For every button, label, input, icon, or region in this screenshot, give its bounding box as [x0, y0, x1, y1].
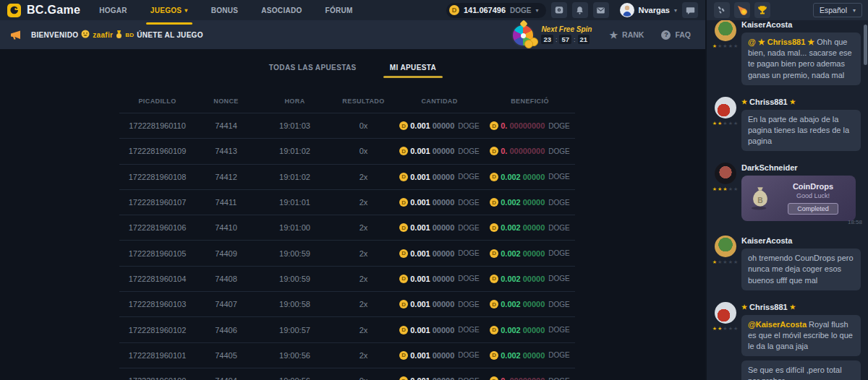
free-spin-widget[interactable]: Next Free Spin 23:57:21 [511, 22, 592, 48]
user-menu[interactable]: Nvargas ▾ [620, 3, 677, 17]
bet-nonce: 74412 [195, 173, 257, 181]
username: Nvargas [639, 6, 670, 14]
table-row[interactable]: 17222819601017440519:00:562xD0.00100000D… [119, 342, 575, 368]
table-row[interactable]: 17222819601107441419:01:030xD0.00100000D… [119, 113, 575, 138]
bet-amount: D0.00100000DOGE [394, 351, 485, 360]
table-row[interactable]: 17222819601067441019:01:002xD0.00100000D… [119, 215, 575, 240]
user-mention[interactable]: @ ★ Chriss881 ★ [748, 38, 814, 46]
chat-username[interactable]: DarkSchneider [741, 163, 861, 172]
bet-profit: D0.00200000DOGE [485, 223, 575, 232]
nav-item-juegos[interactable]: JUEGOS▾ [150, 0, 188, 20]
bets-table: PICADILLONONCEHORARESULTADOCANTIDADBENEF… [119, 90, 575, 380]
star-icon: ★ [609, 30, 618, 40]
currency-label: DOGE [548, 275, 569, 282]
table-row[interactable]: 17222819601097441319:01:020xD0.00100000D… [119, 138, 575, 163]
svg-text:B: B [757, 196, 762, 204]
bet-hash: 1722281960102 [119, 326, 195, 334]
chat-scrollbar[interactable] [864, 25, 867, 65]
nav-item-asociado[interactable]: ASOCIADO [261, 0, 302, 20]
bet-amount: D0.00100000DOGE [394, 173, 485, 181]
nav-item-forum[interactable]: FÓRUM [326, 0, 353, 20]
bet-hash: 1722281960100 [119, 376, 195, 380]
bet-hash: 1722281960109 [119, 147, 195, 155]
trophy-button[interactable] [754, 2, 770, 18]
chat-message: ★★★★★KaiserAcostaoh tremendo CounDrops p… [707, 230, 868, 296]
coin-rain-button[interactable] [714, 2, 730, 18]
bet-amount: D0.00100000DOGE [394, 275, 485, 283]
user-star-rating: ★★★★★ [712, 259, 739, 264]
bet-amount: D0.00100000DOGE [394, 249, 485, 258]
doge-coin-icon: D [399, 198, 408, 207]
column-header-resultado: RESULTADO [333, 98, 394, 105]
balance-selector[interactable]: D 141.067496 DOGE ▾ [446, 3, 546, 18]
chat-bubble: @ ★ Chriss881 ★ Ohh que bien, nada mal..… [741, 33, 861, 85]
table-row[interactable]: 17222819601037440719:00:582xD0.00100000D… [119, 291, 575, 316]
welcome-player-name[interactable]: zaafir [93, 31, 113, 39]
welcome-right: Next Free Spin 23:57:21 ★ RANK ? FAQ [511, 22, 691, 48]
table-row[interactable]: 17222819601057440919:00:592xD0.00100000D… [119, 240, 575, 265]
column-header-nonce: NONCE [195, 98, 257, 105]
chat-username[interactable]: KaiserAcosta [741, 20, 861, 29]
chat-bubble: En la parte de abajo de la pagina tienes… [741, 110, 861, 152]
rank-link[interactable]: ★ RANK [609, 30, 644, 40]
user-star-rating: ★★★★★ [712, 186, 739, 191]
timer-seconds: 21 [578, 35, 590, 44]
money-bag-icon: B [749, 183, 772, 214]
faq-label: FAQ [675, 30, 691, 39]
chat-username[interactable]: KaiserAcosta [741, 236, 861, 245]
chat-toggle-button[interactable] [682, 2, 698, 18]
medal-icon [116, 30, 122, 39]
table-row[interactable]: 17222819601007440419:00:560xD0.00100000D… [119, 368, 575, 380]
currency-label: DOGE [458, 199, 479, 207]
free-spin-timer: 23:57:21 [541, 35, 592, 44]
bet-amount: D0.00100000DOGE [394, 198, 485, 207]
table-row[interactable]: 17222819601047440819:00:592xD0.00100000D… [119, 266, 575, 291]
avatar[interactable] [715, 97, 736, 118]
star-icon: ★ [790, 303, 796, 311]
user-mention[interactable]: @KaiserAcosta [748, 320, 807, 329]
bet-nonce: 74409 [195, 249, 257, 258]
bet-hash: 1722281960110 [119, 121, 195, 130]
currency-label: DOGE [548, 326, 569, 334]
bet-hash: 1722281960101 [119, 351, 195, 360]
doge-coin-icon: D [490, 351, 498, 360]
table-row[interactable]: 17222819601087441219:01:022xD0.00100000D… [119, 164, 575, 189]
messages-button[interactable] [593, 2, 609, 18]
question-icon: ? [661, 30, 671, 40]
coindrops-completed-button[interactable]: Completed [788, 203, 838, 215]
chat-messages: ★★★★★KaiserAcosta@ ★ Chriss881 ★ Ohh que… [707, 20, 868, 380]
faq-link[interactable]: ? FAQ [661, 30, 691, 40]
chat-username[interactable]: ★Chriss881★ [741, 303, 861, 311]
nav-item-bonus[interactable]: BONUS [211, 0, 239, 20]
bet-profit: D0.00000000DOGE [485, 121, 575, 130]
bet-time: 19:01:02 [257, 147, 333, 155]
coindrops-card[interactable]: BCoinDropsGood Luck!Completed [741, 176, 856, 221]
user-star-rating: ★★★★★ [712, 326, 739, 331]
tab-todas-las-apuestas[interactable]: TODAS LAS APUESTAS [269, 64, 357, 72]
bet-result: 2x [333, 351, 394, 360]
logo[interactable]: BC.Game [7, 3, 80, 17]
nav-item-hogar[interactable]: HOGAR [99, 0, 127, 20]
avatar[interactable] [715, 163, 736, 184]
bet-nonce: 74406 [195, 326, 257, 334]
fireball-button[interactable] [734, 2, 750, 18]
chat-username[interactable]: ★Chriss881★ [741, 98, 861, 106]
chat-bubble: oh tremendo CounDrops pero nunca me deja… [741, 249, 861, 290]
bet-time: 19:01:01 [257, 198, 333, 207]
bet-result: 2x [333, 173, 394, 181]
wallet-icon [554, 5, 564, 15]
avatar[interactable] [715, 20, 736, 41]
table-row[interactable]: 17222819601027440619:00:572xD0.00100000D… [119, 316, 575, 342]
column-header-hora: HORA [257, 98, 333, 105]
avatar[interactable] [715, 236, 736, 257]
bet-profit: D0.00200000DOGE [485, 351, 575, 360]
avatar[interactable] [715, 302, 736, 324]
language-selector[interactable]: Español ▾ [813, 3, 862, 17]
notifications-button[interactable] [572, 2, 588, 18]
doge-coin-icon: D [490, 147, 498, 155]
tab-mi-apuesta[interactable]: MI APUESTA [390, 64, 437, 72]
table-row[interactable]: 17222819601077441119:01:012xD0.00100000D… [119, 189, 575, 215]
bet-amount: D0.00100000DOGE [394, 147, 485, 155]
rank-label: RANK [622, 30, 644, 39]
wallet-button[interactable] [551, 2, 567, 18]
